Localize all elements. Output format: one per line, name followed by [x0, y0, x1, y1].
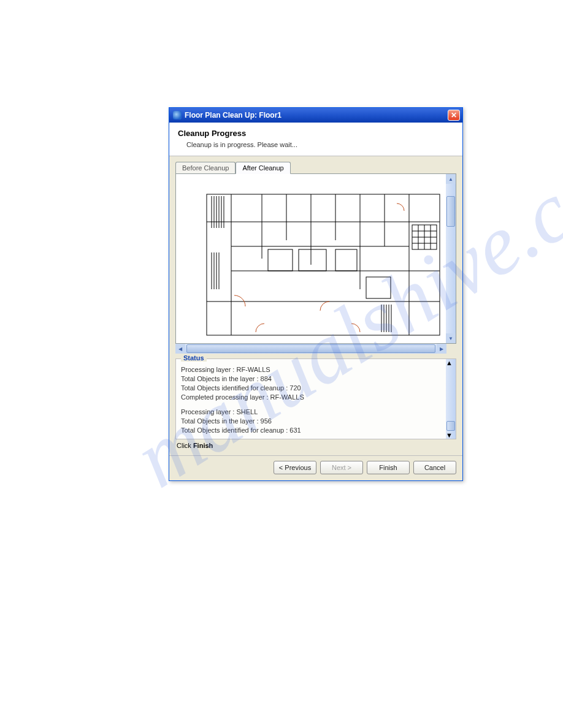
svg-rect-0 [207, 194, 440, 335]
scroll-down-icon[interactable]: ▼ [446, 431, 456, 439]
window-title: Floor Plan Clean Up: Floor1 [185, 111, 282, 119]
scroll-thumb[interactable] [186, 344, 435, 353]
finish-button[interactable]: Finish [367, 461, 410, 474]
floor-plan-viewport[interactable] [176, 174, 446, 343]
horizontal-scrollbar[interactable]: ◀ ▶ [175, 344, 446, 354]
status-line: Completed processing layer : RF-WALLS [181, 393, 441, 402]
page-title: Cleanup Progress [178, 129, 454, 138]
status-line: Total Objects in the layer : 884 [181, 374, 441, 384]
stairwell-icon [381, 305, 391, 332]
close-icon: ✕ [451, 111, 457, 119]
stairwell-icon [212, 196, 224, 289]
floor-plan-container: ▲ ▼ [175, 173, 456, 344]
scroll-thumb[interactable] [446, 421, 455, 431]
cleanup-dialog: Floor Plan Clean Up: Floor1 ✕ Cleanup Pr… [169, 107, 463, 481]
next-button: Next > [320, 461, 363, 474]
vertical-scrollbar[interactable]: ▲ ▼ [446, 174, 456, 343]
hint-text: Click Finish [175, 439, 456, 453]
scroll-down-icon[interactable]: ▼ [446, 333, 456, 343]
tab-strip: Before Cleanup After Cleanup [175, 161, 456, 173]
svg-rect-25 [335, 249, 357, 271]
floor-plan-drawing [176, 174, 446, 343]
status-panel: Status Processing layer : RF-WALLS Total… [175, 358, 456, 439]
svg-rect-24 [299, 249, 326, 271]
titlebar[interactable]: Floor Plan Clean Up: Floor1 ✕ [169, 108, 462, 123]
status-log: Processing layer : RF-WALLS Total Object… [176, 359, 446, 439]
scroll-up-icon[interactable]: ▲ [446, 359, 456, 366]
status-line: Total Objects identified for cleanup : 7… [181, 384, 441, 393]
svg-rect-23 [268, 249, 293, 271]
status-line: Processing layer : RF-WALLS [181, 365, 441, 374]
close-button[interactable]: ✕ [448, 110, 460, 121]
scroll-thumb[interactable] [446, 196, 455, 227]
status-line: Processing layer : SHELL [181, 408, 441, 417]
grid-icon [412, 225, 437, 249]
status-label: Status [181, 354, 207, 362]
scroll-up-icon[interactable]: ▲ [446, 174, 456, 184]
page-subtitle: Cleanup is in progress. Please wait... [178, 141, 454, 148]
tab-before-cleanup[interactable]: Before Cleanup [175, 162, 236, 174]
dialog-footer: < Previous Next > Finish Cancel [169, 455, 462, 480]
status-scrollbar[interactable]: ▲ ▼ [446, 359, 456, 439]
scroll-corner [446, 344, 456, 354]
status-line: Total Objects in the layer : 956 [181, 417, 441, 426]
cancel-button[interactable]: Cancel [413, 461, 456, 474]
status-line: Total Objects identified for cleanup : 6… [181, 426, 441, 435]
dialog-header: Cleanup Progress Cleanup is in progress.… [169, 123, 462, 156]
app-icon [173, 111, 182, 119]
scroll-right-icon[interactable]: ▶ [437, 344, 446, 354]
scroll-left-icon[interactable]: ◀ [175, 344, 185, 354]
tab-after-cleanup[interactable]: After Cleanup [236, 162, 290, 174]
previous-button[interactable]: < Previous [274, 461, 316, 474]
svg-rect-26 [366, 277, 391, 298]
